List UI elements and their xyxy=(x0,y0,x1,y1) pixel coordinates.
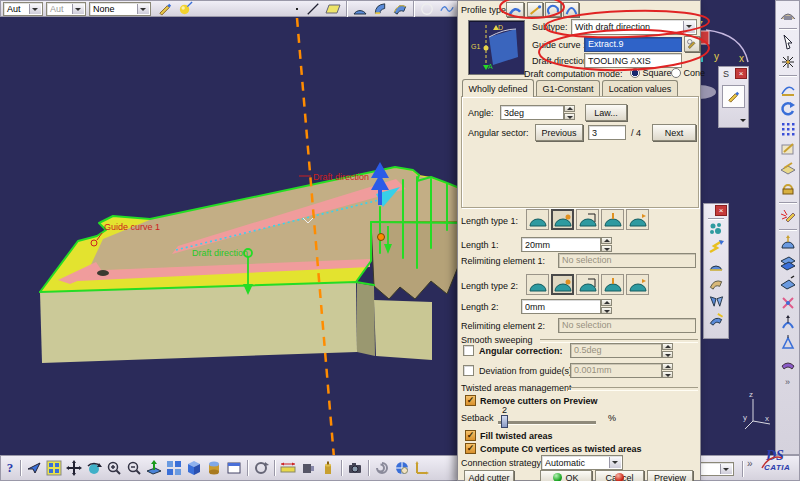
length-type-1-option-2[interactable] xyxy=(551,209,574,230)
model-front-face[interactable] xyxy=(40,282,357,363)
isometric-view-icon[interactable] xyxy=(184,458,204,478)
length-type-2-option-4[interactable] xyxy=(601,274,624,295)
add-cutter-button[interactable]: Add cutter xyxy=(464,470,514,481)
conic-icon[interactable] xyxy=(778,333,798,353)
law-curve-icon[interactable] xyxy=(778,79,798,99)
orange-handle[interactable] xyxy=(378,234,385,241)
tab-wholly-defined[interactable]: Wholly defined xyxy=(462,79,534,97)
length-1-spinner[interactable] xyxy=(601,237,612,252)
spline-icon[interactable] xyxy=(437,0,457,19)
remove-cutters-checkbox[interactable]: ✓ xyxy=(465,395,476,406)
light-sphere-icon[interactable] xyxy=(175,0,195,19)
surfaces-toolbar[interactable]: × xyxy=(703,203,729,339)
zoom-in-icon[interactable] xyxy=(104,458,124,478)
help-icon[interactable]: ? xyxy=(3,458,17,478)
pan-icon[interactable] xyxy=(64,458,84,478)
plane-icon[interactable] xyxy=(323,0,343,19)
blend-surface-icon[interactable] xyxy=(706,310,726,328)
linetype-combo[interactable]: Aut xyxy=(46,2,86,16)
angular-correction-spinner[interactable] xyxy=(662,343,673,358)
profile-type-line-button[interactable] xyxy=(527,2,543,17)
swept-surface-icon[interactable] xyxy=(706,274,726,292)
rotate-icon[interactable] xyxy=(84,458,104,478)
dome-surface-icon[interactable] xyxy=(706,256,726,274)
chevron-down-icon[interactable] xyxy=(720,464,732,474)
revolve-surface-icon[interactable] xyxy=(370,0,390,19)
layer-combo[interactable]: None xyxy=(89,2,151,16)
circle-icon[interactable] xyxy=(417,0,437,19)
extremum-icon[interactable] xyxy=(778,233,798,253)
quick-view-icon[interactable] xyxy=(164,458,184,478)
capture-icon[interactable] xyxy=(345,458,365,478)
surface-stack-icon[interactable] xyxy=(778,253,798,273)
sweep-surface-icon[interactable] xyxy=(390,0,410,19)
setback-slider-track[interactable] xyxy=(498,421,596,424)
profile-type-circle-button[interactable] xyxy=(545,2,561,17)
ok-button[interactable]: OK xyxy=(540,470,592,481)
law-button[interactable]: Law... xyxy=(585,104,627,121)
chevron-down-icon[interactable] xyxy=(137,4,149,14)
profile-type-conic-button[interactable] xyxy=(563,2,579,17)
previous-button[interactable]: Previous xyxy=(535,124,583,141)
length-2-spinner[interactable] xyxy=(601,299,612,314)
develop-icon[interactable] xyxy=(778,353,798,373)
fit-all-icon[interactable] xyxy=(44,458,64,478)
length-type-1-option-1[interactable] xyxy=(526,209,549,230)
compute-c0-checkbox[interactable]: ✓ xyxy=(465,443,476,454)
relimiting-element-2-field[interactable]: No selection xyxy=(558,318,696,333)
normal-view-icon[interactable] xyxy=(144,458,164,478)
measure-inertia-icon[interactable] xyxy=(318,458,338,478)
setback-slider-thumb[interactable] xyxy=(501,415,508,428)
rotate-turntable-icon[interactable] xyxy=(251,458,271,478)
chevron-down-icon[interactable] xyxy=(72,4,84,14)
guide-sketch-button[interactable] xyxy=(684,36,700,52)
draft-direction-field[interactable] xyxy=(584,53,682,68)
line-icon[interactable] xyxy=(303,0,323,19)
relimiting-element-1-field[interactable]: No selection xyxy=(558,253,696,268)
extrapolate-icon[interactable] xyxy=(778,313,798,333)
connection-strategy-combo[interactable]: Automatic xyxy=(541,455,623,470)
angular-sector-field[interactable] xyxy=(588,125,626,140)
clamp-icon[interactable] xyxy=(778,179,798,199)
angular-correction-field[interactable]: 0.5deg xyxy=(570,343,662,358)
draft-mode-square-radio[interactable]: Square xyxy=(630,68,672,78)
painter-icon[interactable] xyxy=(155,0,175,19)
profile-type-explicit-button[interactable] xyxy=(506,2,524,17)
length-type-2-option-3[interactable] xyxy=(576,274,599,295)
adaptive-sweep-icon[interactable] xyxy=(706,238,726,256)
chevron-down-icon[interactable] xyxy=(740,119,746,125)
chevron-down-icon[interactable] xyxy=(29,4,41,14)
select-cursor-icon[interactable] xyxy=(778,32,798,52)
twisted-analysis-icon[interactable] xyxy=(778,206,798,226)
window-icon[interactable] xyxy=(224,458,244,478)
manipulation-button[interactable] xyxy=(722,85,745,108)
tab-location-values[interactable]: Location values xyxy=(602,80,678,97)
measure-between-icon[interactable] xyxy=(278,458,298,478)
toolbar-overflow-chevron[interactable]: » xyxy=(747,458,753,469)
close-icon[interactable]: × xyxy=(735,68,747,79)
next-button[interactable]: Next xyxy=(652,124,696,141)
exit-workbench-icon[interactable] xyxy=(778,5,798,25)
color-combo[interactable]: Aut xyxy=(3,2,43,16)
length-type-1-option-3[interactable] xyxy=(576,209,599,230)
snap-icon[interactable] xyxy=(778,52,798,72)
length-type-2-option-2[interactable] xyxy=(551,274,574,295)
grid-points-icon[interactable] xyxy=(778,119,798,139)
guide-curve-1-field[interactable]: Extract.9 xyxy=(584,37,682,52)
length-type-2-option-1[interactable] xyxy=(526,274,549,295)
angular-correction-checkbox[interactable] xyxy=(463,345,474,356)
repeat-object-icon[interactable] xyxy=(778,99,798,119)
bottom-right-combo[interactable] xyxy=(699,462,734,476)
deviation-checkbox[interactable] xyxy=(463,365,474,376)
render-style-icon[interactable] xyxy=(204,458,224,478)
draft-mode-cone-radio[interactable]: Cone xyxy=(671,68,705,78)
cancel-button[interactable]: Cancel xyxy=(595,470,644,481)
length-type-1-option-4[interactable] xyxy=(601,209,624,230)
close-icon[interactable]: × xyxy=(715,205,727,216)
angle-field[interactable] xyxy=(500,105,564,120)
join-icon[interactable] xyxy=(778,293,798,313)
length-2-field[interactable] xyxy=(521,299,601,314)
multi-sections-surface-icon[interactable] xyxy=(706,292,726,310)
subtype-combo[interactable]: With draft direction xyxy=(571,19,697,35)
tab-g1-constant[interactable]: G1-Constant xyxy=(536,80,600,97)
